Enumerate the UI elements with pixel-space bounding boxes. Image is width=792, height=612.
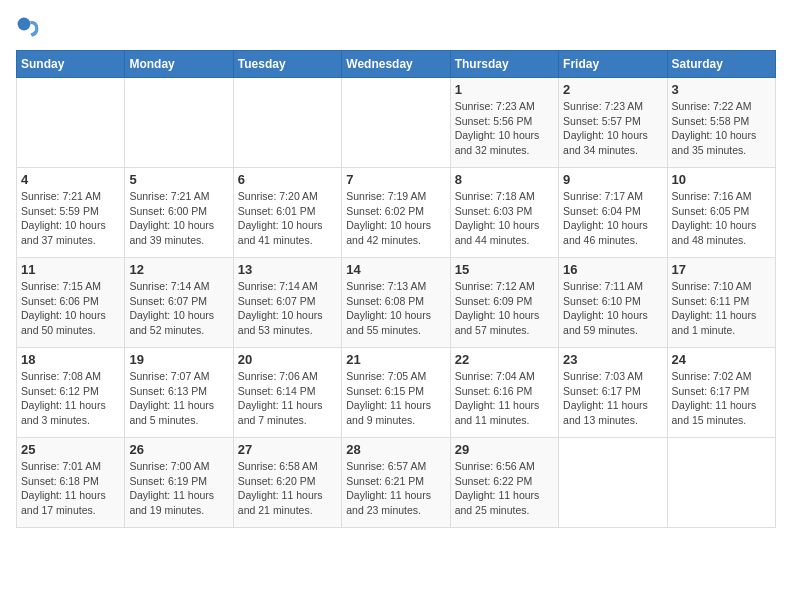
calendar-cell: 21Sunrise: 7:05 AM Sunset: 6:15 PM Dayli… xyxy=(342,348,450,438)
header-day-tuesday: Tuesday xyxy=(233,51,341,78)
day-info: Sunrise: 7:06 AM Sunset: 6:14 PM Dayligh… xyxy=(238,369,337,428)
day-number: 13 xyxy=(238,262,337,277)
day-info: Sunrise: 7:15 AM Sunset: 6:06 PM Dayligh… xyxy=(21,279,120,338)
calendar-cell: 10Sunrise: 7:16 AM Sunset: 6:05 PM Dayli… xyxy=(667,168,775,258)
calendar-cell: 13Sunrise: 7:14 AM Sunset: 6:07 PM Dayli… xyxy=(233,258,341,348)
day-number: 6 xyxy=(238,172,337,187)
calendar-cell: 2Sunrise: 7:23 AM Sunset: 5:57 PM Daylig… xyxy=(559,78,667,168)
calendar-cell xyxy=(559,438,667,528)
day-info: Sunrise: 7:12 AM Sunset: 6:09 PM Dayligh… xyxy=(455,279,554,338)
day-info: Sunrise: 7:20 AM Sunset: 6:01 PM Dayligh… xyxy=(238,189,337,248)
day-number: 27 xyxy=(238,442,337,457)
day-info: Sunrise: 7:22 AM Sunset: 5:58 PM Dayligh… xyxy=(672,99,771,158)
day-info: Sunrise: 6:58 AM Sunset: 6:20 PM Dayligh… xyxy=(238,459,337,518)
calendar-table: SundayMondayTuesdayWednesdayThursdayFrid… xyxy=(16,50,776,528)
day-info: Sunrise: 7:13 AM Sunset: 6:08 PM Dayligh… xyxy=(346,279,445,338)
calendar-cell: 27Sunrise: 6:58 AM Sunset: 6:20 PM Dayli… xyxy=(233,438,341,528)
header-day-wednesday: Wednesday xyxy=(342,51,450,78)
calendar-cell: 23Sunrise: 7:03 AM Sunset: 6:17 PM Dayli… xyxy=(559,348,667,438)
day-number: 25 xyxy=(21,442,120,457)
day-number: 2 xyxy=(563,82,662,97)
day-info: Sunrise: 7:04 AM Sunset: 6:16 PM Dayligh… xyxy=(455,369,554,428)
day-number: 1 xyxy=(455,82,554,97)
day-number: 7 xyxy=(346,172,445,187)
day-info: Sunrise: 7:05 AM Sunset: 6:15 PM Dayligh… xyxy=(346,369,445,428)
day-number: 20 xyxy=(238,352,337,367)
day-number: 14 xyxy=(346,262,445,277)
day-number: 8 xyxy=(455,172,554,187)
day-info: Sunrise: 7:00 AM Sunset: 6:19 PM Dayligh… xyxy=(129,459,228,518)
day-number: 5 xyxy=(129,172,228,187)
calendar-cell: 7Sunrise: 7:19 AM Sunset: 6:02 PM Daylig… xyxy=(342,168,450,258)
calendar-cell xyxy=(125,78,233,168)
header-day-sunday: Sunday xyxy=(17,51,125,78)
calendar-cell: 22Sunrise: 7:04 AM Sunset: 6:16 PM Dayli… xyxy=(450,348,558,438)
day-info: Sunrise: 7:21 AM Sunset: 5:59 PM Dayligh… xyxy=(21,189,120,248)
day-info: Sunrise: 7:18 AM Sunset: 6:03 PM Dayligh… xyxy=(455,189,554,248)
calendar-cell: 3Sunrise: 7:22 AM Sunset: 5:58 PM Daylig… xyxy=(667,78,775,168)
day-number: 23 xyxy=(563,352,662,367)
day-number: 11 xyxy=(21,262,120,277)
day-number: 28 xyxy=(346,442,445,457)
day-number: 24 xyxy=(672,352,771,367)
calendar-cell xyxy=(17,78,125,168)
calendar-cell: 28Sunrise: 6:57 AM Sunset: 6:21 PM Dayli… xyxy=(342,438,450,528)
calendar-cell: 9Sunrise: 7:17 AM Sunset: 6:04 PM Daylig… xyxy=(559,168,667,258)
day-number: 4 xyxy=(21,172,120,187)
day-info: Sunrise: 7:03 AM Sunset: 6:17 PM Dayligh… xyxy=(563,369,662,428)
calendar-cell: 11Sunrise: 7:15 AM Sunset: 6:06 PM Dayli… xyxy=(17,258,125,348)
day-info: Sunrise: 7:23 AM Sunset: 5:57 PM Dayligh… xyxy=(563,99,662,158)
calendar-cell: 29Sunrise: 6:56 AM Sunset: 6:22 PM Dayli… xyxy=(450,438,558,528)
calendar-cell: 25Sunrise: 7:01 AM Sunset: 6:18 PM Dayli… xyxy=(17,438,125,528)
week-row-5: 25Sunrise: 7:01 AM Sunset: 6:18 PM Dayli… xyxy=(17,438,776,528)
calendar-cell: 8Sunrise: 7:18 AM Sunset: 6:03 PM Daylig… xyxy=(450,168,558,258)
calendar-cell: 5Sunrise: 7:21 AM Sunset: 6:00 PM Daylig… xyxy=(125,168,233,258)
day-info: Sunrise: 6:56 AM Sunset: 6:22 PM Dayligh… xyxy=(455,459,554,518)
day-number: 15 xyxy=(455,262,554,277)
calendar-cell: 15Sunrise: 7:12 AM Sunset: 6:09 PM Dayli… xyxy=(450,258,558,348)
week-row-3: 11Sunrise: 7:15 AM Sunset: 6:06 PM Dayli… xyxy=(17,258,776,348)
calendar-cell: 17Sunrise: 7:10 AM Sunset: 6:11 PM Dayli… xyxy=(667,258,775,348)
calendar-cell: 1Sunrise: 7:23 AM Sunset: 5:56 PM Daylig… xyxy=(450,78,558,168)
day-number: 9 xyxy=(563,172,662,187)
week-row-1: 1Sunrise: 7:23 AM Sunset: 5:56 PM Daylig… xyxy=(17,78,776,168)
calendar-cell xyxy=(667,438,775,528)
day-number: 29 xyxy=(455,442,554,457)
day-number: 21 xyxy=(346,352,445,367)
calendar-cell: 12Sunrise: 7:14 AM Sunset: 6:07 PM Dayli… xyxy=(125,258,233,348)
svg-point-0 xyxy=(18,18,31,31)
day-info: Sunrise: 7:10 AM Sunset: 6:11 PM Dayligh… xyxy=(672,279,771,338)
header-day-friday: Friday xyxy=(559,51,667,78)
calendar-cell: 19Sunrise: 7:07 AM Sunset: 6:13 PM Dayli… xyxy=(125,348,233,438)
calendar-cell: 18Sunrise: 7:08 AM Sunset: 6:12 PM Dayli… xyxy=(17,348,125,438)
header-day-monday: Monday xyxy=(125,51,233,78)
logo xyxy=(16,16,44,40)
calendar-cell: 16Sunrise: 7:11 AM Sunset: 6:10 PM Dayli… xyxy=(559,258,667,348)
day-number: 22 xyxy=(455,352,554,367)
calendar-cell: 6Sunrise: 7:20 AM Sunset: 6:01 PM Daylig… xyxy=(233,168,341,258)
day-info: Sunrise: 7:07 AM Sunset: 6:13 PM Dayligh… xyxy=(129,369,228,428)
calendar-cell xyxy=(233,78,341,168)
week-row-4: 18Sunrise: 7:08 AM Sunset: 6:12 PM Dayli… xyxy=(17,348,776,438)
calendar-cell: 4Sunrise: 7:21 AM Sunset: 5:59 PM Daylig… xyxy=(17,168,125,258)
header-day-saturday: Saturday xyxy=(667,51,775,78)
day-number: 16 xyxy=(563,262,662,277)
day-info: Sunrise: 7:14 AM Sunset: 6:07 PM Dayligh… xyxy=(238,279,337,338)
day-info: Sunrise: 6:57 AM Sunset: 6:21 PM Dayligh… xyxy=(346,459,445,518)
day-info: Sunrise: 7:23 AM Sunset: 5:56 PM Dayligh… xyxy=(455,99,554,158)
header-row: SundayMondayTuesdayWednesdayThursdayFrid… xyxy=(17,51,776,78)
week-row-2: 4Sunrise: 7:21 AM Sunset: 5:59 PM Daylig… xyxy=(17,168,776,258)
calendar-cell: 20Sunrise: 7:06 AM Sunset: 6:14 PM Dayli… xyxy=(233,348,341,438)
day-info: Sunrise: 7:01 AM Sunset: 6:18 PM Dayligh… xyxy=(21,459,120,518)
header xyxy=(16,16,776,40)
day-number: 3 xyxy=(672,82,771,97)
calendar-cell: 26Sunrise: 7:00 AM Sunset: 6:19 PM Dayli… xyxy=(125,438,233,528)
calendar-cell xyxy=(342,78,450,168)
header-day-thursday: Thursday xyxy=(450,51,558,78)
day-info: Sunrise: 7:21 AM Sunset: 6:00 PM Dayligh… xyxy=(129,189,228,248)
day-info: Sunrise: 7:19 AM Sunset: 6:02 PM Dayligh… xyxy=(346,189,445,248)
day-info: Sunrise: 7:08 AM Sunset: 6:12 PM Dayligh… xyxy=(21,369,120,428)
day-info: Sunrise: 7:02 AM Sunset: 6:17 PM Dayligh… xyxy=(672,369,771,428)
calendar-cell: 14Sunrise: 7:13 AM Sunset: 6:08 PM Dayli… xyxy=(342,258,450,348)
logo-icon xyxy=(16,16,40,40)
